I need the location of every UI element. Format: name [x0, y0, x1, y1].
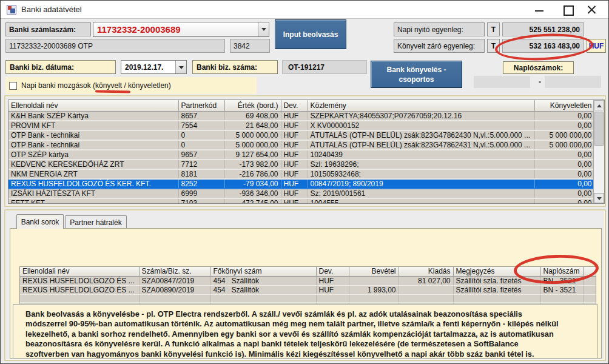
- table-row[interactable]: PROVIM KFT755421 648,00HUFX KV000001520,…: [8, 121, 594, 130]
- table-row[interactable]: REXUS HÚSFELDOLGOZÓ ÉS KER. KFT.8252-79 …: [8, 179, 594, 189]
- chevron-down-icon[interactable]: [175, 61, 186, 73]
- bottom-group: Banki sorok Partner hátralék Ellenoldali…: [4, 209, 606, 361]
- daily-movements-label: Napi banki mozgások (könyvelt / könyvele…: [21, 81, 171, 90]
- table-cell: 0,00: [534, 198, 594, 204]
- column-header[interactable]: [583, 267, 596, 276]
- table-cell: 7103: [178, 198, 224, 204]
- table-cell: 8181: [178, 169, 224, 179]
- table-cell: [583, 276, 596, 285]
- column-header[interactable]: Számla/Biz. sz.: [139, 267, 210, 276]
- account-number-label: Banki számlaszám:: [5, 22, 91, 36]
- table-cell: 00847/2019; 890/2019: [308, 179, 534, 189]
- journal-number-to-field: [545, 76, 601, 88]
- account-name-field: 11732332-20003689 OTP: [5, 39, 225, 53]
- table-cell: REXUS HÚSFELDOLGOZÓ ÉS ...: [20, 285, 139, 294]
- bank-konyveles-csoportos-button[interactable]: Bank könyvelés - csoportos: [371, 61, 462, 88]
- scroll-up-icon[interactable]: [594, 100, 604, 110]
- tab-partner-hatralek[interactable]: Partner hátralék: [65, 215, 127, 229]
- column-header[interactable]: Partnerkód: [178, 100, 224, 111]
- table-cell: 8252: [178, 179, 224, 189]
- table-cell: HUF: [316, 276, 349, 285]
- description-line: módszerrel 90-95%-ban automatikusan tört…: [25, 319, 593, 329]
- account-number-combobox[interactable]: 11732332-20003689: [93, 22, 269, 37]
- table-row[interactable]: OTP SZÉP kártya96579 127 654,00HUF102404…: [8, 150, 594, 160]
- transactions-scrollbar[interactable]: [593, 100, 604, 203]
- table-cell: HUF: [281, 150, 308, 160]
- minimize-icon[interactable]: [530, 3, 549, 16]
- table-cell: PROVIM KFT: [8, 121, 178, 130]
- description-line: beazonosításra és könyvelésre kerül. A f…: [25, 339, 593, 349]
- column-header[interactable]: Bevétel: [349, 267, 399, 276]
- table-cell: NKM ENERGIA ZRT: [8, 169, 178, 179]
- table-row[interactable]: OTP Bank - technikai05 000 000,00HUFÁTUT…: [8, 130, 594, 140]
- table-cell: [349, 276, 399, 285]
- table-cell: [316, 294, 349, 302]
- table-cell: HUF: [281, 179, 308, 189]
- table-cell: [210, 294, 316, 302]
- column-header[interactable]: Közlemény: [308, 100, 534, 111]
- table-cell: 0,00: [534, 179, 594, 189]
- table-cell: IZSÁKI HÁZITÉSZTA KFT: [8, 189, 178, 198]
- table-cell: 9 127 654,00: [224, 150, 281, 160]
- table-cell: [540, 294, 583, 302]
- table-cell: 21 648,00: [224, 121, 281, 130]
- banki-sorok-tab-page: Ellenoldali névSzámla/Biz. sz.Főkönyvi s…: [10, 228, 602, 359]
- journal-range-separator: -: [537, 76, 543, 88]
- table-cell: 101505932468;: [308, 169, 534, 179]
- currency-badge: HUF: [587, 39, 606, 53]
- daily-movements-checkbox[interactable]: [9, 82, 17, 90]
- table-cell: K&H Bank SZÉP Kártya: [8, 111, 178, 121]
- scroll-down-icon[interactable]: [594, 193, 604, 203]
- table-cell: Szállítói szla. fizetés: [453, 276, 540, 285]
- doc-number-label: Banki biz. száma:: [192, 60, 278, 74]
- column-header[interactable]: Ellenoldali név: [8, 100, 178, 111]
- table-cell: 0,00: [534, 111, 594, 121]
- table-row[interactable]: FETT KFT7103472 745,00HUF10045550,00: [8, 198, 594, 204]
- table-cell: Szl: 19638296;: [308, 160, 534, 169]
- closing-balance-label: Könyvelt záró egyenleg:: [394, 39, 485, 53]
- column-header[interactable]: Ellenoldali név: [20, 267, 139, 276]
- column-header[interactable]: Dev.: [316, 267, 349, 276]
- column-header[interactable]: Dev.: [281, 100, 308, 111]
- scrollbar-thumb[interactable]: [594, 112, 604, 146]
- table-row[interactable]: KEDVENC KERESKEDŐHÁZ ZRT7712-173 982,00H…: [8, 160, 594, 169]
- table-cell: HUF: [281, 160, 308, 169]
- table-row[interactable]: IZSÁKI HÁZITÉSZTA KFT6999-936 346,00HUFS…: [8, 189, 594, 198]
- column-header[interactable]: Kiadás: [399, 267, 453, 276]
- table-row[interactable]: K&H Bank SZÉP Kártya865769 408,00HUFSZEP…: [8, 111, 594, 121]
- column-header[interactable]: Főkönyvi szám: [210, 267, 316, 276]
- tab-banki-sorok[interactable]: Banki sorok: [16, 214, 64, 229]
- doc-date-label: Banki biz. dátuma:: [5, 60, 116, 74]
- chevron-down-icon[interactable]: [258, 22, 269, 36]
- close-icon[interactable]: [582, 3, 601, 16]
- input-beolvasas-button[interactable]: Input beolvasás: [275, 19, 346, 49]
- table-row[interactable]: [20, 294, 596, 302]
- table-cell: HUF: [281, 198, 308, 204]
- table-cell: HUF: [281, 140, 308, 150]
- table-cell: -216 786,00: [224, 169, 281, 179]
- account-number-value: 11732332-20003689: [93, 24, 258, 35]
- table-header-row: Ellenoldali névSzámla/Biz. sz.Főkönyvi s…: [20, 267, 596, 276]
- table-cell: Sz: 2019/001561: [308, 189, 534, 198]
- description-line: szoftverben van hagyományos banki könyve…: [25, 349, 593, 359]
- table-row[interactable]: REXUS HÚSFELDOLGOZÓ ÉS ...SZA00847/20194…: [20, 276, 596, 285]
- table-cell: 0: [178, 130, 224, 140]
- column-header[interactable]: Érték (bord.): [224, 100, 281, 111]
- opening-balance-t-button[interactable]: T: [487, 22, 500, 36]
- maximize-icon[interactable]: [557, 3, 577, 16]
- table-cell: [583, 285, 596, 294]
- table-row[interactable]: NKM ENERGIA ZRT8181-216 786,00HUF1015059…: [8, 169, 594, 179]
- column-header[interactable]: Megjegyzés: [453, 267, 540, 276]
- column-header[interactable]: Naplószám: [540, 267, 583, 276]
- table-cell: SZA00847/2019: [139, 276, 210, 285]
- table-cell: 0,00: [534, 121, 594, 130]
- table-cell: 9657: [178, 150, 224, 160]
- table-row[interactable]: REXUS HÚSFELDOLGOZÓ ÉS ...SZA00890/20194…: [20, 285, 596, 294]
- closing-balance-t-button[interactable]: T: [487, 39, 500, 53]
- table-cell: -79 034,00: [224, 179, 281, 189]
- table-cell: 454 Szállítók: [210, 285, 316, 294]
- table-row[interactable]: OTP Bank - technikai05 000 000,00HUFÁTUT…: [8, 140, 594, 150]
- doc-date-picker[interactable]: 2019.12.17.: [121, 60, 187, 74]
- account-code-field: 3842: [230, 39, 270, 53]
- column-header[interactable]: Könyveletlen: [534, 100, 594, 111]
